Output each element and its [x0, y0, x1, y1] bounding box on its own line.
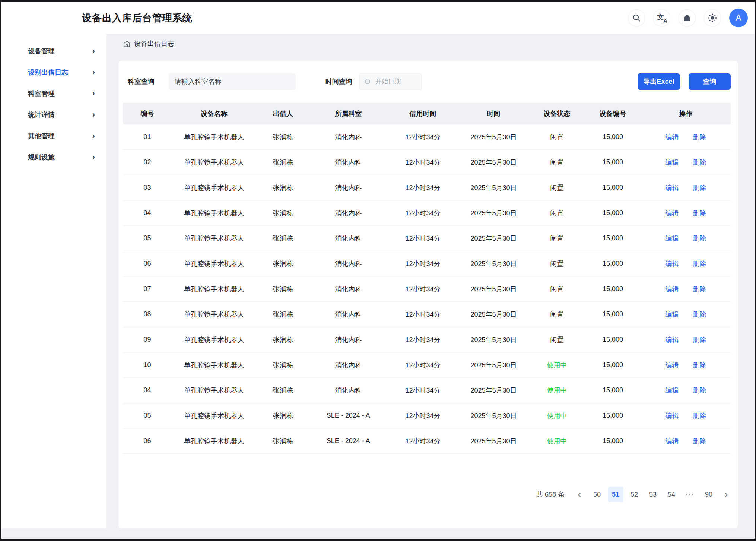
breadcrumb-label[interactable]: 设备出借日志	[134, 39, 174, 48]
cell-borrower: 张润栋	[257, 352, 309, 377]
cell-date: 2025年5月30日	[458, 226, 529, 251]
cell-no: 03	[123, 175, 171, 200]
delete-link[interactable]: 删除	[693, 259, 706, 268]
cell-no: 08	[123, 302, 171, 327]
chevron-right-icon	[92, 132, 95, 140]
dept-search-input[interactable]	[169, 73, 296, 90]
page-number[interactable]: 90	[701, 487, 717, 502]
edit-link[interactable]: 编辑	[665, 209, 679, 218]
delete-link[interactable]: 删除	[693, 335, 706, 344]
cell-code: 15,000	[585, 352, 641, 377]
cell-borrower: 张润栋	[257, 378, 309, 403]
table-row: 05单孔腔镜手术机器人张润栋SLE - 2024 - A12小时34分2025年…	[123, 403, 731, 428]
table-row: 02单孔腔镜手术机器人张润栋消化内科12小时34分2025年5月30日闲置15,…	[123, 150, 731, 175]
cell-dept: 消化内科	[309, 352, 387, 377]
cell-duration: 12小时34分	[387, 403, 458, 428]
translate-glyph-sub: A	[663, 18, 667, 24]
sidebar-item-1[interactable]: 设备管理	[1, 40, 106, 61]
cell-dept: 消化内科	[309, 150, 387, 175]
table-row: 04单孔腔镜手术机器人张润栋消化内科12小时34分2025年5月30日闲置15,…	[123, 200, 731, 226]
delete-link[interactable]: 删除	[693, 386, 706, 395]
page-number[interactable]: 53	[645, 487, 661, 502]
edit-link[interactable]: 编辑	[665, 335, 679, 344]
table-row: 03单孔腔镜手术机器人张润栋消化内科12小时34分2025年5月30日闲置15,…	[123, 175, 731, 200]
cell-date: 2025年5月30日	[458, 428, 529, 453]
page-number[interactable]: 52	[626, 487, 642, 502]
cell-code: 15,000	[585, 276, 641, 301]
cell-dept: 消化内科	[309, 200, 387, 225]
page-number[interactable]: 51	[608, 487, 623, 502]
query-button[interactable]: 查询	[689, 73, 731, 90]
cell-date: 2025年5月30日	[458, 276, 529, 301]
delete-link[interactable]: 删除	[693, 158, 706, 167]
delete-link[interactable]: 删除	[693, 234, 706, 243]
table-row: 07单孔腔镜手术机器人张润栋消化内科12小时34分2025年5月30日闲置15,…	[123, 276, 731, 302]
cell-date: 2025年5月30日	[458, 378, 529, 403]
cell-duration: 12小时34分	[387, 200, 458, 225]
delete-link[interactable]: 删除	[693, 183, 706, 192]
edit-link[interactable]: 编辑	[665, 285, 679, 294]
edit-link[interactable]: 编辑	[665, 183, 679, 192]
cell-actions: 编辑删除	[641, 226, 731, 251]
cell-name: 单孔腔镜手术机器人	[171, 251, 257, 276]
export-excel-button[interactable]: 导出Excel	[638, 73, 680, 90]
cell-name: 单孔腔镜手术机器人	[171, 200, 257, 225]
cell-name: 单孔腔镜手术机器人	[171, 302, 257, 327]
edit-link[interactable]: 编辑	[665, 259, 679, 268]
edit-link[interactable]: 编辑	[665, 234, 679, 243]
delete-link[interactable]: 删除	[693, 285, 706, 294]
cell-date: 2025年5月30日	[458, 352, 529, 377]
sidebar-item-3[interactable]: 科室管理	[1, 83, 106, 104]
table-row: 10单孔腔镜手术机器人张润栋消化内科12小时34分2025年5月30日使用中15…	[123, 352, 731, 378]
notification-icon[interactable]	[679, 9, 696, 26]
delete-link[interactable]: 删除	[693, 133, 706, 142]
app-header: 设备出入库后台管理系统 文 A	[1, 2, 755, 34]
sidebar-item-5[interactable]: 其他管理	[1, 125, 106, 146]
page-number[interactable]: 50	[589, 487, 605, 502]
edit-link[interactable]: 编辑	[665, 310, 679, 319]
table-row: 01单孔腔镜手术机器人张润栋消化内科12小时34分2025年5月30日闲置15,…	[123, 124, 731, 150]
cell-borrower: 张润栋	[257, 226, 309, 251]
cell-name: 单孔腔镜手术机器人	[171, 226, 257, 251]
date-picker[interactable]	[359, 73, 422, 90]
cell-borrower: 张润栋	[257, 124, 309, 149]
cell-no: 06	[123, 251, 171, 276]
edit-link[interactable]: 编辑	[665, 158, 679, 167]
delete-link[interactable]: 删除	[693, 437, 706, 446]
start-date-input[interactable]	[375, 77, 416, 86]
edit-link[interactable]: 编辑	[665, 133, 679, 142]
cell-status: 闲置	[529, 302, 585, 327]
sidebar-item-4[interactable]: 统计详情	[1, 104, 106, 125]
page-title: 设备出入库后台管理系统	[82, 12, 193, 25]
delete-link[interactable]: 删除	[693, 361, 706, 370]
edit-link[interactable]: 编辑	[665, 437, 679, 446]
sidebar-item-6[interactable]: 规则设施	[1, 146, 106, 168]
delete-link[interactable]: 删除	[693, 411, 706, 420]
app-window: 设备出入库后台管理系统 文 A	[1, 2, 755, 539]
edit-link[interactable]: 编辑	[665, 411, 679, 420]
column-header: 编号	[123, 103, 171, 124]
cell-duration: 12小时34分	[387, 150, 458, 175]
delete-link[interactable]: 删除	[693, 209, 706, 218]
column-header: 设备名称	[171, 103, 257, 124]
edit-link[interactable]: 编辑	[665, 386, 679, 395]
cell-status: 闲置	[529, 276, 585, 301]
prev-page-icon[interactable]: ‹	[573, 487, 586, 502]
cell-duration: 12小时34分	[387, 175, 458, 200]
sidebar-item-2[interactable]: 设别出借日志	[1, 61, 106, 83]
theme-icon[interactable]	[704, 9, 721, 26]
search-icon[interactable]	[628, 9, 645, 26]
chevron-right-icon	[92, 153, 95, 161]
avatar[interactable]: A	[729, 9, 748, 27]
next-page-icon[interactable]: ›	[720, 487, 733, 502]
cell-borrower: 张润栋	[257, 200, 309, 225]
page-number[interactable]: 54	[664, 487, 679, 502]
sidebar-item-label: 统计详情	[28, 110, 55, 119]
translate-icon[interactable]: 文 A	[653, 9, 670, 26]
edit-link[interactable]: 编辑	[665, 361, 679, 370]
delete-link[interactable]: 删除	[693, 310, 706, 319]
sidebar-item-label: 设别出借日志	[28, 68, 68, 77]
cell-name: 单孔腔镜手术机器人	[171, 150, 257, 175]
cell-borrower: 张润栋	[257, 428, 309, 453]
cell-duration: 12小时34分	[387, 251, 458, 276]
